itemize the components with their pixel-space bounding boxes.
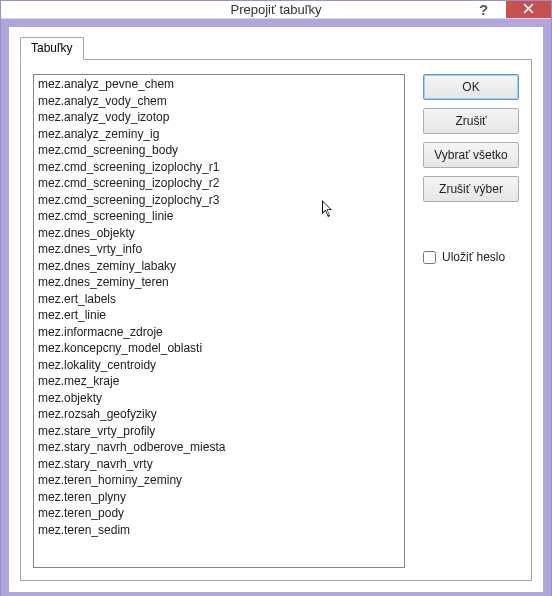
titlebar: Prepojiť tabuľky ? — [1, 1, 551, 19]
close-icon — [523, 2, 534, 17]
list-item[interactable]: mez.dnes_zeminy_teren — [36, 274, 402, 291]
list-item[interactable]: mez.ert_linie — [36, 307, 402, 324]
tables-listbox[interactable]: mez.analyz_pevne_chemmez.analyz_vody_che… — [33, 74, 405, 568]
save-password-row[interactable]: Uložiť heslo — [423, 250, 519, 264]
help-icon: ? — [479, 1, 488, 18]
list-item[interactable]: mez.analyz_pevne_chem — [36, 76, 402, 93]
save-password-label: Uložiť heslo — [442, 250, 505, 264]
list-item[interactable]: mez.cmd_screening_izoplochy_r2 — [36, 175, 402, 192]
list-item[interactable]: mez.teren_plyny — [36, 489, 402, 506]
list-item[interactable]: mez.stare_vrty_profily — [36, 423, 402, 440]
close-button[interactable] — [506, 1, 551, 18]
list-item[interactable]: mez.informacne_zdroje — [36, 324, 402, 341]
save-password-checkbox[interactable] — [423, 251, 436, 264]
dialog-window: Prepojiť tabuľky ? Tabuľky mez.analyz_pe… — [0, 0, 552, 596]
list-item[interactable]: mez.analyz_vody_chem — [36, 93, 402, 110]
list-item[interactable]: mez.analyz_vody_izotop — [36, 109, 402, 126]
list-item[interactable]: mez.dnes_vrty_info — [36, 241, 402, 258]
cancel-button[interactable]: Zrušiť — [423, 108, 519, 134]
list-item[interactable]: mez.mez_kraje — [36, 373, 402, 390]
list-item[interactable]: mez.cmd_screening_izoplochy_r3 — [36, 192, 402, 209]
panel: Tabuľky mez.analyz_pevne_chemmez.analyz_… — [9, 27, 543, 592]
tab-tables[interactable]: Tabuľky — [20, 37, 84, 60]
titlebar-buttons: ? — [461, 1, 551, 18]
tabpage: mez.analyz_pevne_chemmez.analyz_vody_che… — [20, 59, 532, 581]
client-area: Tabuľky mez.analyz_pevne_chemmez.analyz_… — [1, 19, 551, 596]
list-item[interactable]: mez.dnes_zeminy_labaky — [36, 258, 402, 275]
list-item[interactable]: mez.teren_pody — [36, 505, 402, 522]
list-item[interactable]: mez.dnes_objekty — [36, 225, 402, 242]
help-button[interactable]: ? — [461, 1, 506, 18]
list-item[interactable]: mez.cmd_screening_body — [36, 142, 402, 159]
list-item[interactable]: mez.cmd_screening_linie — [36, 208, 402, 225]
list-item[interactable]: mez.lokality_centroidy — [36, 357, 402, 374]
tab-label: Tabuľky — [31, 41, 73, 55]
select-all-button[interactable]: Vybrať všetko — [423, 142, 519, 168]
deselect-button[interactable]: Zrušiť výber — [423, 176, 519, 202]
list-item[interactable]: mez.objekty — [36, 390, 402, 407]
list-item[interactable]: mez.koncepcny_model_oblasti — [36, 340, 402, 357]
list-container: mez.analyz_pevne_chemmez.analyz_vody_che… — [33, 74, 405, 568]
list-item[interactable]: mez.analyz_zeminy_ig — [36, 126, 402, 143]
list-item[interactable]: mez.ert_labels — [36, 291, 402, 308]
button-sidebar: OK Zrušiť Vybrať všetko Zrušiť výber Ulo… — [423, 74, 519, 568]
tabstrip: Tabuľky — [20, 36, 532, 59]
list-item[interactable]: mez.rozsah_geofyziky — [36, 406, 402, 423]
list-item[interactable]: mez.teren_horniny_zeminy — [36, 472, 402, 489]
list-item[interactable]: mez.stary_navrh_odberove_miesta — [36, 439, 402, 456]
list-item[interactable]: mez.stary_navrh_vrty — [36, 456, 402, 473]
ok-button[interactable]: OK — [423, 74, 519, 100]
list-item[interactable]: mez.teren_sedim — [36, 522, 402, 539]
list-item[interactable]: mez.cmd_screening_izoplochy_r1 — [36, 159, 402, 176]
